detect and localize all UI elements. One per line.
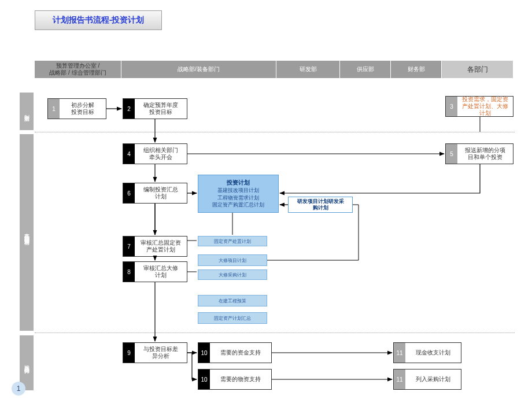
flow-node-n4: 4组织相关部门牵头开会 bbox=[123, 143, 187, 164]
node-number: 11 bbox=[394, 343, 405, 363]
node-label: 投资需求，固定资产处置计划、大修计划 bbox=[457, 97, 513, 116]
page-number-badge: 1 bbox=[12, 382, 25, 396]
flow-node-n10b: 10需要的物资支持 bbox=[198, 369, 272, 390]
flow-node-n7: 7审核汇总固定资产处置计划 bbox=[123, 236, 187, 257]
flow-node-n1: 1初步分解投资目标 bbox=[47, 98, 106, 119]
flow-node-n2: 2确定预算年度投资目标 bbox=[123, 98, 187, 119]
node-label: 列入采购计划 bbox=[405, 370, 461, 389]
node-number: 5 bbox=[446, 144, 457, 164]
investment-plan-box: 投资计划基建技改项目计划工程物资需求计划固定资产购置汇总计划 bbox=[198, 175, 279, 213]
node-label: 组织相关部门牵头开会 bbox=[135, 144, 187, 164]
node-number: 6 bbox=[123, 183, 135, 203]
node-number: 8 bbox=[123, 262, 135, 282]
flow-node-n5: 5报送新增的分项目和单个投资 bbox=[445, 143, 513, 164]
side-label: 本年工作计划和编制预算表格 bbox=[20, 134, 34, 331]
node-label: 确定预算年度投资目标 bbox=[135, 99, 187, 119]
side-label: 制定依据 bbox=[20, 93, 34, 130]
column-headers: 预算管理办公室 /战略部 / 综合管理部门战略部/装备部门研发部供应部财务部各部… bbox=[35, 61, 515, 78]
node-label: 现金收支计划 bbox=[405, 343, 461, 363]
node-label: 需要的资金支持 bbox=[210, 343, 271, 363]
node-label: 报送新增的分项目和单个投资 bbox=[457, 144, 513, 164]
rnd-plan-box: 研发项目计划研发采购计划 bbox=[288, 197, 353, 213]
node-number: 2 bbox=[123, 99, 135, 119]
column-header: 预算管理办公室 /战略部 / 综合管理部门 bbox=[35, 61, 121, 78]
node-number: 7 bbox=[123, 237, 135, 256]
node-label: 审核汇总大修计划 bbox=[135, 262, 187, 282]
column-header: 各部门 bbox=[442, 61, 513, 78]
flow-node-n10a: 10需要的资金支持 bbox=[198, 342, 272, 363]
node-label: 初步分解投资目标 bbox=[60, 99, 106, 119]
flow-node-n9: 9与投资目标差异分析 bbox=[123, 342, 187, 363]
node-number: 9 bbox=[123, 343, 135, 363]
node-label: 编制投资汇总计划 bbox=[135, 183, 187, 203]
sub-plan-box: 固定资产处置计划 bbox=[198, 236, 267, 246]
flow-node-n8: 8审核汇总大修计划 bbox=[123, 261, 187, 282]
page-title: 计划报告书流程-投资计划 bbox=[35, 10, 162, 30]
sub-plan-box: 在建工程预算 bbox=[198, 295, 267, 306]
sub-plan-box: 固定资产计划汇总 bbox=[198, 312, 267, 324]
node-number: 1 bbox=[48, 99, 60, 119]
column-header: 研发部 bbox=[276, 61, 340, 78]
node-label: 与投资目标差异分析 bbox=[135, 343, 187, 363]
section-divider bbox=[35, 132, 515, 132]
sub-plan-box: 大修采购计划 bbox=[198, 269, 267, 280]
column-header: 财务部 bbox=[391, 61, 442, 78]
node-number: 10 bbox=[198, 370, 210, 389]
column-header: 战略部/装备部门 bbox=[121, 61, 276, 78]
flow-node-n11b: 11列入采购计划 bbox=[393, 369, 461, 390]
flow-node-n6: 6编制投资汇总计划 bbox=[123, 183, 187, 204]
flow-node-n3: 3投资需求，固定资产处置计划、大修计划 bbox=[445, 96, 513, 117]
node-label: 审核汇总固定资产处置计划 bbox=[135, 237, 187, 256]
section-divider bbox=[35, 332, 515, 333]
node-number: 11 bbox=[394, 370, 405, 389]
column-header: 供应部 bbox=[340, 61, 391, 78]
node-number: 10 bbox=[198, 343, 210, 363]
node-number: 3 bbox=[446, 97, 457, 116]
node-number: 4 bbox=[123, 144, 135, 164]
sub-plan-box: 大修项目计划 bbox=[198, 254, 267, 266]
node-label: 需要的物资支持 bbox=[210, 370, 271, 389]
flow-node-n11a: 11现金收支计划 bbox=[393, 342, 461, 363]
